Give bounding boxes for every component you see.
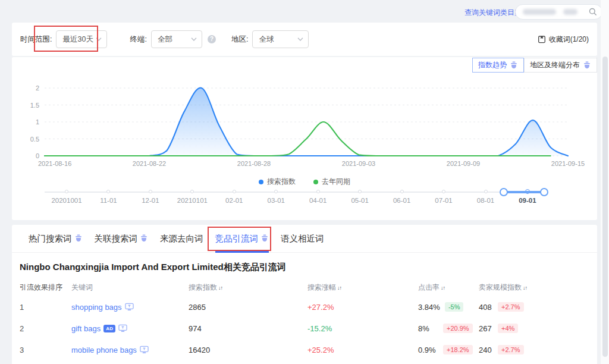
legend-dot-blue xyxy=(259,180,263,184)
svg-text:2021-09-03: 2021-09-03 xyxy=(342,160,375,167)
seller-index-cell: 240 xyxy=(479,346,493,354)
svg-text:0.5: 0.5 xyxy=(30,136,39,143)
svg-text:2021-08-28: 2021-08-28 xyxy=(237,160,271,167)
monitor-icon xyxy=(118,324,127,332)
treasure-pot-icon xyxy=(260,234,269,243)
keyword-link[interactable]: mobile phone bags xyxy=(71,346,189,354)
search-index-cell: 16420 xyxy=(189,346,307,354)
redacted-query-text xyxy=(563,9,577,15)
index-trend-panel: 指数趋势地区及终端分布 00.511.522021-08-162021-08-2… xyxy=(12,57,597,220)
ctr-cell: 8% xyxy=(418,324,438,333)
series-line-0 xyxy=(45,88,568,156)
ad-badge: AD xyxy=(103,325,115,332)
tab-4[interactable]: 语义相近词 xyxy=(281,225,324,252)
svg-text:2: 2 xyxy=(36,84,39,92)
svg-text:2021-08-22: 2021-08-22 xyxy=(133,160,166,167)
chart-view-tab-0[interactable]: 指数趋势 xyxy=(472,58,524,73)
search-input[interactable] xyxy=(515,4,602,20)
active-tab-underline xyxy=(215,251,269,253)
ctr-change-badge: +20.9% xyxy=(443,324,473,333)
column-header[interactable]: 卖家规模指数 xyxy=(479,283,527,293)
treasure-pot-icon xyxy=(74,234,83,243)
treasure-pot-icon xyxy=(140,234,148,243)
terminal-select[interactable]: 全部 xyxy=(151,30,202,48)
treasure-pot-icon xyxy=(510,61,518,70)
svg-text:1: 1 xyxy=(36,118,39,125)
slider-handle-right[interactable] xyxy=(540,188,548,196)
keyword-link[interactable]: gift bags AD xyxy=(71,324,189,333)
monitor-icon xyxy=(125,303,134,311)
table-row: 2 gift bags AD 974 -15.2% 8% +20.9% 267 … xyxy=(12,318,597,339)
series-area-0 xyxy=(45,88,568,156)
table-header-row: 引流效果排序关键词搜索指数搜索涨幅点击率卖家规模指数 xyxy=(12,283,597,293)
region-select[interactable]: 全球 xyxy=(252,30,309,48)
search-icon[interactable] xyxy=(589,8,597,16)
legend-dot-green xyxy=(313,180,318,184)
column-header: 关键词 xyxy=(71,283,93,291)
search-growth-cell: +27.2% xyxy=(307,303,334,312)
slider-handle-left[interactable] xyxy=(500,188,508,196)
column-header[interactable]: 搜索涨幅 xyxy=(307,283,341,291)
seller-change-badge: +2.7% xyxy=(498,302,524,312)
search-index-cell: 2865 xyxy=(189,303,307,312)
svg-text:0: 0 xyxy=(36,152,39,159)
chart-legend: 搜索指数 去年同期 xyxy=(12,177,597,187)
ctr-cell: 0.9% xyxy=(418,346,438,354)
time-range-select[interactable]: 最近30天 xyxy=(56,30,107,48)
keyword-tabs: 热门搜索词关联搜索词来源去向词竞品引流词语义相近词 xyxy=(12,225,597,253)
table-row: 1 shopping bags 2865 +27.2% 3.84% -5% 40… xyxy=(12,296,597,318)
chevron-down-icon xyxy=(297,37,303,41)
rank-cell: 1 xyxy=(20,303,71,312)
ctr-change-badge: +18.2% xyxy=(443,345,473,354)
svg-text:2021-09-15: 2021-09-15 xyxy=(551,160,585,167)
ctr-cell: 3.84% xyxy=(418,303,440,312)
legend-item-search-index[interactable]: 搜索指数 xyxy=(259,177,296,187)
scrollbar-thumb[interactable] xyxy=(602,57,608,357)
legend-item-last-year[interactable]: 去年同期 xyxy=(313,177,350,187)
time-range-label: 时间范围: xyxy=(20,34,52,45)
ctr-change-badge: -5% xyxy=(445,302,464,312)
svg-text:1.5: 1.5 xyxy=(30,102,39,109)
seller-index-cell: 408 xyxy=(479,303,493,312)
table-body: 1 shopping bags 2865 +27.2% 3.84% -5% 40… xyxy=(12,296,597,364)
table-title: Ningbo Changxingjia Import And Export Li… xyxy=(20,262,597,273)
rank-cell: 3 xyxy=(20,346,71,354)
tab-3[interactable]: 竞品引流词 xyxy=(215,225,269,252)
index-trend-chart: 00.511.522021-08-162021-08-222021-08-282… xyxy=(12,57,597,220)
seller-index-cell: 267 xyxy=(479,324,493,333)
scrollbar-track xyxy=(601,0,609,364)
keyword-analytics-page: 查询关键词类目归属 时间范围: 最近30天 终端: 全部 地区: 全球 xyxy=(0,0,609,364)
chart-view-tabs: 指数趋势地区及终端分布 xyxy=(472,58,597,73)
terminal-help-icon[interactable] xyxy=(208,35,216,43)
tab-2[interactable]: 来源去向词 xyxy=(160,225,203,252)
chevron-down-icon xyxy=(96,37,102,41)
chevron-down-icon xyxy=(191,37,197,41)
svg-text:2021-08-16: 2021-08-16 xyxy=(38,160,71,167)
search-growth-cell: -15.2% xyxy=(307,324,332,333)
search-index-cell: 974 xyxy=(189,324,307,333)
monitor-icon xyxy=(140,346,149,354)
chart-view-tab-1[interactable]: 地区及终端分布 xyxy=(524,58,597,73)
table-row: 4 AD xyxy=(12,360,597,364)
seller-change-badge: +2.7% xyxy=(498,345,524,354)
tab-1[interactable]: 关联搜索词 xyxy=(95,225,149,252)
tab-0[interactable]: 热门搜索词 xyxy=(29,225,83,252)
column-header: 引流效果排序 xyxy=(20,283,62,291)
rank-cell: 2 xyxy=(20,324,71,333)
favorite-words-button[interactable]: 收藏词(1/20) xyxy=(538,34,589,45)
bookmark-box-icon xyxy=(538,35,546,43)
column-header[interactable]: 搜索指数 xyxy=(189,283,222,291)
search-growth-cell: +25.2% xyxy=(307,346,334,354)
redacted-query-text xyxy=(523,9,556,15)
filter-bar: 时间范围: 最近30天 终端: 全部 地区: 全球 收藏词(1/20) xyxy=(12,23,597,56)
table-row: 3 mobile phone bags 16420 +25.2% 0.9% +1… xyxy=(12,339,597,360)
keyword-link[interactable]: shopping bags xyxy=(71,303,189,312)
seller-change-badge: +4% xyxy=(498,324,518,333)
keyword-table-panel: 热门搜索词关联搜索词来源去向词竞品引流词语义相近词 Ningbo Changxi… xyxy=(12,225,597,364)
terminal-label: 终端: xyxy=(130,34,146,45)
svg-text:2021-09-09: 2021-09-09 xyxy=(447,160,480,167)
column-header[interactable]: 点击率 xyxy=(418,283,445,293)
region-label: 地区: xyxy=(231,34,248,45)
treasure-pot-icon xyxy=(583,61,591,70)
slider-selected-range[interactable] xyxy=(504,191,544,193)
